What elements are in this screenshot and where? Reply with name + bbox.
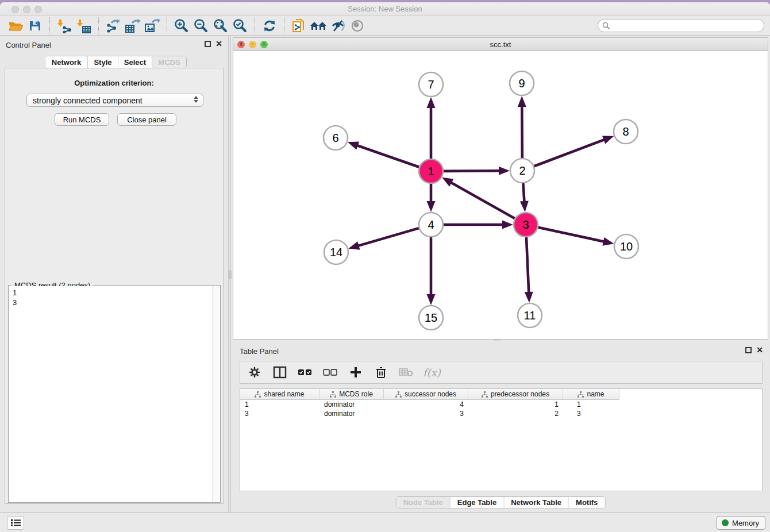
zoom-selected-button[interactable] — [230, 17, 250, 34]
table-cell[interactable]: 1 — [240, 400, 319, 409]
graph-arrowhead-2-8 — [602, 136, 614, 144]
column-header-predecessor-nodes[interactable]: predecessor nodes — [468, 389, 563, 400]
control-panel: Control Panel ✕ Network Style Select MCD… — [0, 36, 228, 512]
memory-label: Memory — [732, 519, 759, 527]
graph-arrowhead-1-6 — [348, 141, 359, 149]
search-input[interactable] — [598, 19, 764, 32]
control-panel-tabs: Network Style Select MCDS — [45, 56, 187, 68]
float-panel-icon[interactable] — [205, 41, 211, 47]
deselect-all-icon — [323, 368, 338, 377]
hierarchy-icon — [482, 391, 488, 398]
toolbar-separator — [255, 17, 255, 34]
graph-edge-1-6[interactable] — [356, 145, 419, 167]
table-cell[interactable]: dominator — [319, 409, 384, 418]
table-panel-header: Table Panel ✕ — [231, 342, 770, 359]
table-cell[interactable]: 2 — [468, 409, 563, 418]
graph-node-label-7: 7 — [428, 78, 434, 91]
table-row[interactable]: 3dominator323 — [240, 409, 762, 418]
close-table-panel-icon[interactable]: ✕ — [756, 346, 763, 354]
save-session-button[interactable] — [25, 17, 45, 34]
table-cell[interactable]: 1 — [468, 400, 563, 409]
optimization-criterion-select[interactable]: strongly connected component — [26, 94, 203, 107]
table-settings-button[interactable] — [246, 364, 263, 381]
graph-edge-3-10[interactable] — [538, 228, 605, 242]
import-table-button[interactable] — [74, 17, 94, 34]
table-toolbar: f(x) — [240, 361, 763, 384]
export-network-button[interactable] — [103, 17, 123, 34]
graph-edge-1-2[interactable] — [444, 171, 500, 171]
refresh-icon — [262, 18, 277, 33]
zoom-fit-button[interactable] — [211, 17, 230, 34]
graph-node-label-11: 11 — [524, 309, 536, 322]
column-header-label: predecessor nodes — [491, 390, 549, 398]
tab-style[interactable]: Style — [88, 56, 118, 68]
column-header-shared-name[interactable]: shared name — [240, 389, 319, 400]
delete-table-button[interactable] — [398, 364, 415, 381]
graph-edge-3-1[interactable] — [450, 182, 515, 219]
table-cell[interactable]: dominator — [319, 400, 384, 409]
tab-motifs[interactable]: Motifs — [569, 497, 605, 508]
tab-network-table[interactable]: Network Table — [504, 497, 569, 508]
import-network-button[interactable] — [55, 17, 74, 34]
delete-column-button[interactable] — [372, 364, 390, 381]
new-network-from-selection-button[interactable] — [289, 17, 309, 34]
column-visibility-button[interactable] — [271, 364, 288, 381]
tab-select[interactable]: Select — [118, 56, 152, 68]
close-panel-button[interactable]: Close panel — [117, 113, 176, 126]
graph-arrowhead-2-9 — [518, 96, 526, 107]
hierarchy-icon — [255, 391, 261, 398]
select-all-rows-button[interactable] — [297, 364, 314, 381]
table-cell[interactable]: 3 — [563, 409, 619, 418]
network-window-titlebar: x − + scc.txt — [233, 38, 768, 51]
show-console-button[interactable] — [7, 516, 24, 530]
memory-button[interactable]: Memory — [717, 516, 765, 530]
graph-edge-3-11[interactable] — [526, 237, 529, 294]
table-cell[interactable]: 3 — [384, 409, 468, 418]
graph-edge-2-8[interactable] — [534, 139, 606, 166]
splitter-grip[interactable] — [228, 270, 232, 279]
open-session-button[interactable] — [6, 17, 25, 34]
memory-status-dot — [722, 519, 729, 526]
table-cell[interactable]: 4 — [384, 400, 468, 409]
column-header-successor-nodes[interactable]: successor nodes — [384, 389, 468, 400]
table-row[interactable]: 1dominator411 — [240, 400, 762, 409]
show-all-button[interactable] — [348, 17, 367, 34]
zoom-out-button[interactable] — [191, 17, 211, 34]
export-image-icon — [144, 18, 160, 33]
zoom-in-button[interactable] — [172, 17, 191, 34]
tab-mcds[interactable]: MCDS — [152, 56, 186, 68]
graph-edge-4-14[interactable] — [357, 228, 418, 246]
result-scrollbar[interactable] — [212, 286, 220, 502]
mcds-result-text[interactable]: 1 3 — [9, 286, 212, 502]
column-header-name[interactable]: name — [563, 389, 619, 400]
graph-edge-2-3[interactable] — [523, 183, 524, 203]
deselect-all-rows-button[interactable] — [322, 364, 339, 381]
network-canvas[interactable]: 7968124314101511 — [233, 51, 768, 339]
graph-node-label-4: 4 — [428, 218, 434, 231]
mcds-result-box: MCDS result (2 nodes) 1 3 — [8, 285, 221, 503]
run-mcds-button[interactable]: Run MCDS — [55, 113, 109, 126]
graph-arrowhead-3-1 — [442, 178, 453, 187]
graph-edge-2-9[interactable] — [522, 105, 522, 158]
create-column-button[interactable] — [347, 364, 364, 381]
hide-selected-button[interactable] — [328, 17, 348, 34]
save-floppy-icon — [28, 19, 42, 33]
graph-arrowhead-1-2 — [499, 167, 510, 175]
apply-layout-button[interactable] — [260, 17, 279, 34]
table-cell[interactable]: 3 — [240, 409, 319, 418]
tab-network[interactable]: Network — [45, 56, 88, 68]
graph-arrowhead-2-3 — [520, 201, 529, 212]
clone-network-icon — [291, 18, 306, 34]
tab-edge-table[interactable]: Edge Table — [451, 497, 504, 508]
first-neighbors-button[interactable] — [309, 17, 328, 34]
graph-arrowhead-4-3 — [502, 221, 513, 229]
float-table-panel-icon[interactable] — [745, 347, 752, 353]
export-table-button[interactable] — [123, 17, 143, 34]
tab-node-table[interactable]: Node Table — [396, 497, 451, 508]
close-panel-icon[interactable]: ✕ — [215, 40, 222, 48]
function-builder-button[interactable]: f(x) — [423, 364, 441, 381]
export-image-button[interactable] — [143, 17, 162, 34]
table-cell[interactable]: 1 — [563, 400, 619, 409]
column-header-MCDS-role[interactable]: MCDS role — [319, 389, 384, 400]
column-header-label: shared name — [264, 390, 304, 398]
